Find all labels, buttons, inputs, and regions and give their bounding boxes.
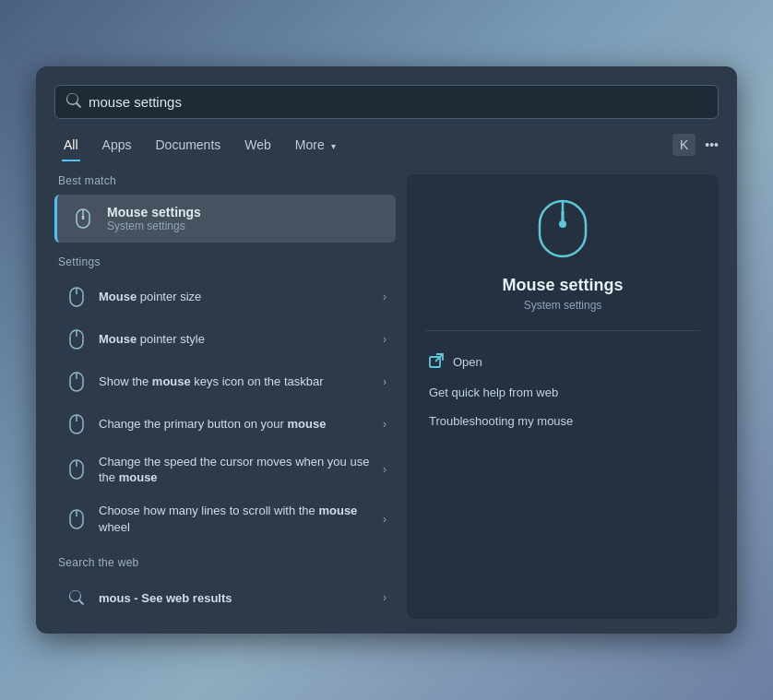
search-input[interactable] — [89, 94, 707, 110]
troubleshoot-button[interactable]: Troubleshooting my mouse — [425, 407, 700, 435]
rp-title-suffix: settings — [555, 276, 624, 294]
settings-item-pointer-style-text: Mouse pointer style — [99, 331, 383, 348]
mouse-large-icon — [535, 196, 590, 265]
best-match-subtitle: System settings — [107, 219, 201, 232]
settings-label: Settings — [54, 255, 396, 268]
settings-item-cursor-speed[interactable]: Change the speed the cursor moves when y… — [54, 445, 396, 494]
chevron-right-icon: › — [383, 418, 386, 431]
settings-item-keys-icon[interactable]: Show the mouse keys icon on the taskbar … — [54, 361, 396, 403]
settings-item-pointer-size[interactable]: Mouse pointer size › — [54, 276, 396, 318]
web-search-text: mous - See web results — [99, 591, 383, 605]
tab-all[interactable]: All — [54, 134, 88, 156]
settings-item-scroll-lines-text: Choose how many lines to scroll with the… — [99, 503, 383, 535]
settings-item-cursor-speed-text: Change the speed the cursor moves when y… — [99, 454, 383, 486]
left-panel: Best match Mouse settings System setting… — [54, 174, 396, 619]
mouse-settings-icon — [68, 204, 98, 233]
mouse-keys-icon — [64, 369, 89, 395]
open-button[interactable]: Open — [425, 346, 700, 378]
best-match-bold: Mouse — [107, 205, 148, 219]
open-label: Open — [453, 355, 482, 369]
settings-item-pointer-style[interactable]: Mouse pointer style › — [54, 318, 396, 361]
svg-line-20 — [435, 354, 443, 362]
mouse-cursor-speed-icon — [64, 457, 89, 482]
more-options-button[interactable]: ••• — [705, 137, 719, 152]
settings-item-scroll-lines[interactable]: Choose how many lines to scroll with the… — [54, 494, 396, 543]
quick-help-button[interactable]: Get quick help from web — [425, 378, 700, 407]
settings-list: Mouse pointer size › Mouse pointer style — [54, 276, 396, 543]
settings-item-primary-button[interactable]: Change the primary button on your mouse … — [54, 403, 396, 445]
external-link-icon — [429, 353, 444, 371]
chevron-right-icon: › — [383, 333, 386, 346]
chevron-right-icon: › — [383, 591, 386, 604]
user-avatar: K — [672, 134, 696, 156]
web-search-item[interactable]: mous - See web results › — [54, 576, 396, 619]
settings-item-keys-icon-text: Show the mouse keys icon on the taskbar — [99, 374, 383, 390]
quick-help-label: Get quick help from web — [429, 386, 558, 399]
best-match-item[interactable]: Mouse settings System settings — [54, 195, 396, 243]
svg-point-18 — [559, 220, 566, 228]
best-match-label: Best match — [54, 174, 396, 187]
mouse-pointer-size-icon — [64, 284, 89, 310]
divider — [425, 330, 700, 331]
best-match-text: Mouse settings System settings — [107, 205, 201, 232]
search-window: All Apps Documents Web More ▾ K ••• Best… — [36, 66, 737, 634]
tab-apps[interactable]: Apps — [93, 134, 141, 156]
chevron-right-icon: › — [383, 463, 386, 476]
right-panel-title: Mouse settings — [502, 276, 623, 295]
mouse-pointer-style-icon — [64, 326, 89, 352]
chevron-down-icon: ▾ — [331, 141, 336, 151]
mouse-primary-button-icon — [64, 411, 89, 437]
main-content: Best match Mouse settings System setting… — [54, 174, 719, 619]
web-search-icon — [64, 585, 89, 611]
tab-web[interactable]: Web — [235, 134, 280, 156]
troubleshoot-label: Troubleshooting my mouse — [429, 414, 573, 428]
chevron-right-icon: › — [383, 291, 386, 303]
tab-documents[interactable]: Documents — [146, 134, 230, 156]
search-bar[interactable] — [54, 85, 719, 119]
tabs-bar: All Apps Documents Web More ▾ K ••• — [54, 134, 719, 160]
search-icon — [66, 93, 81, 111]
chevron-right-icon: › — [383, 375, 386, 388]
right-panel: Mouse settings System settings Open Get … — [407, 174, 719, 619]
settings-item-primary-button-text: Change the primary button on your mouse — [99, 416, 383, 433]
tab-more[interactable]: More ▾ — [286, 134, 345, 156]
settings-item-pointer-size-text: Mouse pointer size — [99, 289, 383, 305]
rp-title-bold: Mouse — [502, 276, 554, 294]
web-search-label: Search the web — [54, 556, 396, 569]
best-match-plain: settings — [148, 205, 201, 219]
chevron-right-icon: › — [383, 513, 386, 526]
right-panel-subtitle: System settings — [524, 299, 602, 312]
mouse-scroll-icon — [64, 506, 89, 532]
best-match-title: Mouse settings — [107, 205, 201, 219]
